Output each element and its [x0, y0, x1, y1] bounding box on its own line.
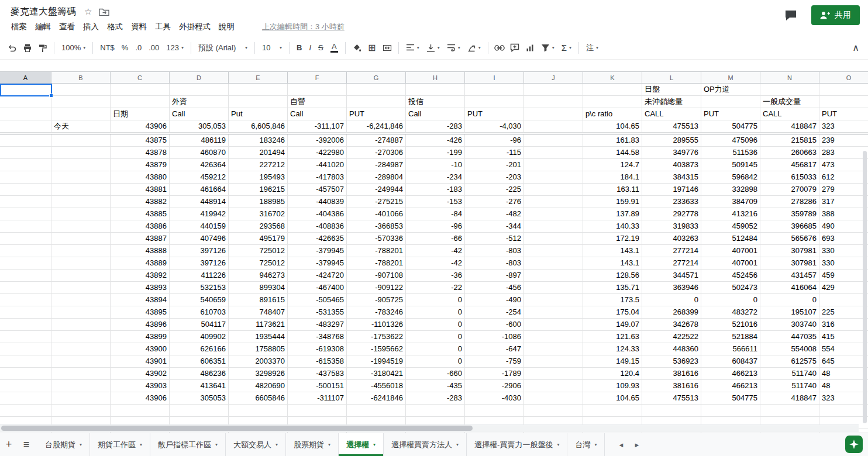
cell[interactable]: 426364: [170, 159, 229, 171]
cell[interactable]: -392006: [288, 134, 347, 147]
cell[interactable]: 未沖銷總量: [642, 96, 701, 108]
document-title[interactable]: 麥克連大盤籌碼: [11, 6, 76, 18]
cell[interactable]: [51, 220, 111, 233]
cell[interactable]: 1173621: [229, 319, 288, 331]
sheet-tab-選擇權-買賣力一般盤後[interactable]: 選擇權-買賣力一般盤後▾: [467, 433, 567, 456]
cell[interactable]: 447035: [760, 331, 819, 343]
cell[interactable]: -4556018: [347, 380, 406, 392]
cell[interactable]: 317: [819, 196, 868, 208]
cell[interactable]: 278286: [760, 196, 819, 208]
cell[interactable]: 173.5: [583, 294, 642, 306]
cell[interactable]: 502473: [701, 282, 760, 294]
cell[interactable]: 419942: [170, 208, 229, 220]
cell[interactable]: 448914: [170, 196, 229, 208]
cell[interactable]: [465, 96, 524, 108]
sheet-tab-選擇權[interactable]: 選擇權▾: [339, 433, 384, 456]
cell[interactable]: -424720: [288, 270, 347, 282]
cell[interactable]: 330: [819, 257, 868, 270]
cell[interactable]: [524, 96, 583, 108]
cell[interactable]: 149.07: [583, 319, 642, 331]
cell[interactable]: [524, 355, 583, 368]
cell[interactable]: 403263: [642, 233, 701, 245]
cell[interactable]: 610703: [170, 306, 229, 319]
cell[interactable]: -311,107: [288, 120, 347, 133]
cell[interactable]: [0, 331, 51, 343]
cell[interactable]: -647: [465, 343, 524, 355]
cell[interactable]: -22: [406, 282, 465, 294]
cell[interactable]: [347, 405, 406, 417]
cell[interactable]: [524, 343, 583, 355]
cell[interactable]: [819, 96, 868, 108]
cell[interactable]: 319833: [642, 220, 701, 233]
cell[interactable]: [0, 245, 51, 257]
cell[interactable]: 363946: [642, 282, 701, 294]
cell[interactable]: 43881: [111, 184, 170, 196]
cell[interactable]: -225: [465, 184, 524, 196]
cell[interactable]: 43882: [111, 196, 170, 208]
cell[interactable]: 225: [819, 306, 868, 319]
cell[interactable]: [701, 96, 760, 108]
cell[interactable]: 397126: [170, 257, 229, 270]
cell[interactable]: 307981: [760, 257, 819, 270]
cell[interactable]: 511536: [701, 147, 760, 159]
cell[interactable]: [0, 196, 51, 208]
cell[interactable]: [51, 196, 111, 208]
cell[interactable]: 596842: [701, 171, 760, 184]
cell[interactable]: -788201: [347, 245, 406, 257]
cell[interactable]: [524, 147, 583, 159]
cell[interactable]: -6241846: [347, 392, 406, 405]
cell[interactable]: 429: [819, 282, 868, 294]
tab-dropdown-icon[interactable]: ▾: [215, 442, 218, 447]
cell[interactable]: -153: [406, 196, 465, 208]
cell[interactable]: 384315: [642, 171, 701, 184]
cell[interactable]: [524, 294, 583, 306]
cell[interactable]: [406, 405, 465, 417]
cell[interactable]: 144.58: [583, 147, 642, 159]
cell[interactable]: [0, 208, 51, 220]
cell[interactable]: Call: [170, 108, 229, 120]
cell[interactable]: [524, 84, 583, 96]
cell[interactable]: -6,241,846: [347, 120, 406, 133]
cell[interactable]: -115: [465, 147, 524, 159]
cell[interactable]: 459: [819, 270, 868, 282]
currency-format-button[interactable]: NT$: [97, 40, 118, 56]
column-header-K[interactable]: K: [583, 72, 642, 83]
cell[interactable]: 626166: [170, 343, 229, 355]
cell[interactable]: 163.11: [583, 184, 642, 196]
cell[interactable]: 418847: [760, 392, 819, 405]
cell[interactable]: 344571: [642, 270, 701, 282]
cell[interactable]: -84: [406, 208, 465, 220]
cell[interactable]: [583, 96, 642, 108]
cell[interactable]: -284987: [347, 159, 406, 171]
tab-dropdown-icon[interactable]: ▾: [594, 442, 597, 447]
cell[interactable]: -344: [465, 220, 524, 233]
cell[interactable]: -788201: [347, 257, 406, 270]
cell[interactable]: 260663: [760, 147, 819, 159]
cell[interactable]: Call: [406, 108, 465, 120]
cell[interactable]: [111, 405, 170, 417]
cell[interactable]: 411226: [170, 270, 229, 282]
cell[interactable]: 43889: [111, 257, 170, 270]
cell[interactable]: [524, 380, 583, 392]
cell[interactable]: 43886: [111, 220, 170, 233]
cell[interactable]: 509145: [701, 159, 760, 171]
cell[interactable]: 161.83: [583, 134, 642, 147]
cell[interactable]: 407001: [701, 257, 760, 270]
cell[interactable]: 172.19: [583, 233, 642, 245]
cell[interactable]: -426: [406, 134, 465, 147]
cell[interactable]: -66: [406, 233, 465, 245]
cell[interactable]: [583, 405, 642, 417]
cell[interactable]: 475513: [642, 392, 701, 405]
cell[interactable]: 277214: [642, 257, 701, 270]
cell[interactable]: 日期: [111, 108, 170, 120]
cell[interactable]: [0, 159, 51, 171]
cell[interactable]: [51, 405, 111, 417]
cell[interactable]: [0, 343, 51, 355]
cell[interactable]: [0, 294, 51, 306]
cell[interactable]: 277214: [642, 245, 701, 257]
cell[interactable]: [51, 319, 111, 331]
cell[interactable]: [347, 96, 406, 108]
column-header-O[interactable]: O: [819, 72, 868, 83]
cell[interactable]: PUT: [465, 108, 524, 120]
cell[interactable]: 323: [819, 120, 868, 133]
